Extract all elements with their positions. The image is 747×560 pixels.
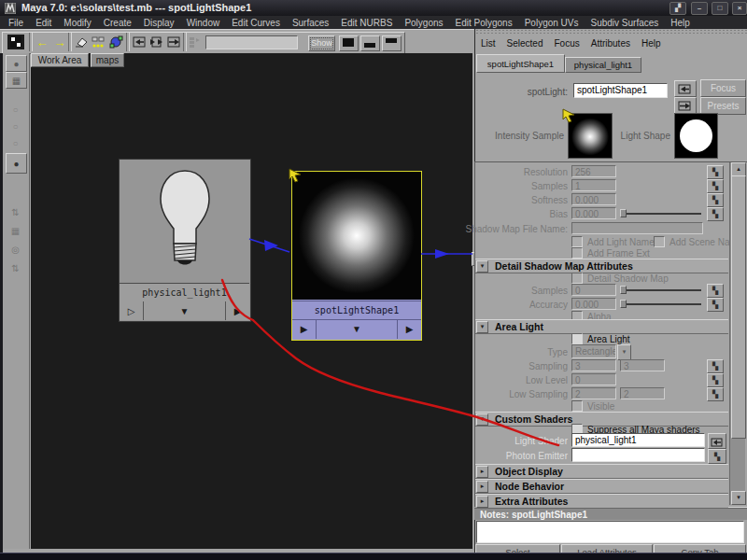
input-connections-button[interactable]	[131, 35, 148, 49]
section-collapse-button[interactable]: ▾	[476, 321, 488, 333]
layout-single-button[interactable]	[339, 35, 359, 51]
accuracy-slider[interactable]	[620, 300, 701, 308]
material-icon[interactable]: ○	[6, 119, 25, 133]
low-level-map-button[interactable]: ▚	[707, 373, 724, 387]
notes-textarea[interactable]	[476, 521, 744, 543]
create-sphere-icon[interactable]: ●	[6, 55, 27, 72]
samples-map-button[interactable]: ▚	[707, 179, 724, 193]
checkbox-icon[interactable]	[571, 333, 583, 344]
attributes-scrollbar[interactable]: ▴ ▾	[729, 162, 745, 505]
light-shader-connection-button[interactable]	[708, 433, 726, 449]
low-sampling-field-2[interactable]: 2	[620, 387, 665, 399]
section-object-display[interactable]: ▸ Object Display	[475, 464, 728, 479]
node-name-field[interactable]: spotLightShape1	[573, 83, 668, 98]
softness-field[interactable]: 0.000	[571, 193, 616, 205]
dsm-samples-field[interactable]: 0	[571, 284, 616, 296]
menu-display[interactable]: Display	[144, 18, 175, 28]
ae-tab-physical-light1[interactable]: physical_light1	[565, 57, 641, 73]
checkbox-icon[interactable]	[571, 247, 583, 259]
checkbox-icon[interactable]	[654, 236, 665, 247]
ae-tab-spotlightshape1[interactable]: spotLightShape1	[476, 54, 565, 73]
node-expand-right-button[interactable]: ▶	[398, 319, 421, 339]
resolution-map-button[interactable]: ▚	[707, 165, 724, 179]
menu-file[interactable]: File	[8, 18, 23, 28]
section-expand-button[interactable]: ▸	[476, 496, 488, 508]
close-button[interactable]: ×	[732, 2, 747, 15]
sampling-field-2[interactable]: 3	[620, 359, 665, 371]
selected-material-icon[interactable]: ●	[6, 153, 27, 174]
ae-menu-selected[interactable]: Selected	[507, 38, 543, 49]
add-frame-ext-checkbox[interactable]: Add Frame Ext	[571, 247, 650, 259]
light-shader-field[interactable]: physical_light1	[571, 433, 705, 447]
visible-checkbox[interactable]: Visible	[571, 400, 614, 412]
node-physical-light1[interactable]: physical_light1 ▷ ▼ ▶	[119, 159, 251, 322]
node-spotlightshape1[interactable]: spotLightShape1 ▶ ▼ ▶	[291, 171, 422, 341]
slider-handle[interactable]	[620, 300, 627, 308]
ae-menu-list[interactable]: List	[481, 38, 496, 49]
window-menu-button[interactable]: ▞	[669, 2, 686, 15]
show-button[interactable]: Show	[308, 35, 335, 51]
layout-top-button[interactable]	[382, 35, 402, 51]
type-dropdown[interactable]: Rectangle	[571, 344, 616, 358]
menu-help[interactable]: Help	[670, 18, 690, 28]
type-dropdown-arrow[interactable]: ▾	[617, 344, 631, 360]
scrollbar-down-button[interactable]: ▾	[731, 491, 746, 505]
ae-menu-help[interactable]: Help	[641, 38, 661, 49]
menu-create[interactable]: Create	[104, 18, 132, 28]
shadow-map-file-name-field[interactable]	[571, 222, 703, 234]
low-sampling-map-button[interactable]: ▚	[707, 387, 724, 401]
grid-view-icon[interactable]: ▦	[6, 72, 27, 89]
select-output-button[interactable]	[674, 97, 697, 114]
node-expand-left-button[interactable]: ▷	[120, 301, 144, 320]
node-expand-right-button[interactable]: ▶	[226, 301, 249, 320]
node-title[interactable]: spotLightShape1	[292, 301, 421, 320]
section-extra-attributes[interactable]: ▸ Extra Attributes	[475, 494, 728, 509]
accuracy-field[interactable]: 0.000	[571, 298, 616, 310]
sampling-map-button[interactable]: ▚	[707, 359, 724, 373]
output-connections-button[interactable]	[165, 35, 182, 49]
rearrange-graph-button[interactable]	[90, 35, 106, 49]
menu-polygon-uvs[interactable]: Polygon UVs	[525, 18, 579, 28]
show-connections-button[interactable]	[107, 35, 124, 49]
scrollbar-thumb[interactable]	[731, 175, 746, 439]
section-expand-button[interactable]: ▸	[476, 481, 488, 493]
node-title[interactable]: physical_light1	[120, 283, 249, 302]
resolution-field[interactable]: 256	[571, 165, 616, 177]
photon-emitter-map-button[interactable]: ▚	[708, 449, 726, 464]
menu-subdiv-surfaces[interactable]: Subdiv Surfaces	[590, 18, 658, 28]
menu-edit-curves[interactable]: Edit Curves	[232, 18, 280, 28]
low-level-field[interactable]: 0	[571, 373, 616, 385]
menu-surfaces[interactable]: Surfaces	[292, 18, 329, 28]
low-sampling-field-1[interactable]: 2	[571, 387, 616, 399]
slider-handle[interactable]	[620, 209, 627, 217]
ae-menu-focus[interactable]: Focus	[554, 38, 579, 49]
section-node-behavior[interactable]: ▸ Node Behavior	[475, 479, 728, 494]
panel-drag-handle[interactable]	[475, 29, 747, 35]
menu-window[interactable]: Window	[187, 18, 220, 28]
clear-graph-button[interactable]	[73, 35, 90, 49]
accuracy-map-button[interactable]: ▚	[707, 298, 724, 312]
minimize-button[interactable]: –	[691, 2, 708, 15]
section-collapse-button[interactable]: ▾	[476, 260, 488, 273]
menu-edit[interactable]: Edit	[35, 18, 51, 28]
ae-menu-attributes[interactable]: Attributes	[591, 38, 630, 49]
menu-modify[interactable]: Modify	[63, 18, 91, 28]
dsm-samples-slider[interactable]	[620, 286, 701, 294]
layout-bottom-button[interactable]	[360, 35, 380, 51]
node-expand-down-button[interactable]: ▼	[317, 319, 398, 339]
select-input-button[interactable]	[674, 80, 697, 97]
back-button[interactable]: ←	[34, 35, 50, 49]
list-icon[interactable]: ⇅	[6, 260, 25, 275]
menu-edit-nurbs[interactable]: Edit NURBS	[341, 18, 392, 28]
menu-polygons[interactable]: Polygons	[404, 18, 443, 28]
swatch-toggle-button[interactable]	[7, 35, 24, 49]
input-output-connections-button[interactable]	[148, 35, 164, 49]
checkbox-icon[interactable]	[571, 400, 583, 412]
section-area-light[interactable]: ▾ Area Light	[475, 319, 728, 334]
add-light-name-checkbox[interactable]: Add Light Name	[571, 236, 655, 247]
restore-button[interactable]: □	[712, 2, 728, 15]
samples-field[interactable]: 1	[571, 179, 616, 191]
scrollbar-up-button[interactable]: ▴	[731, 162, 746, 176]
tab-work-area[interactable]: Work Area	[31, 53, 89, 67]
bias-field[interactable]: 0.000	[571, 207, 616, 219]
